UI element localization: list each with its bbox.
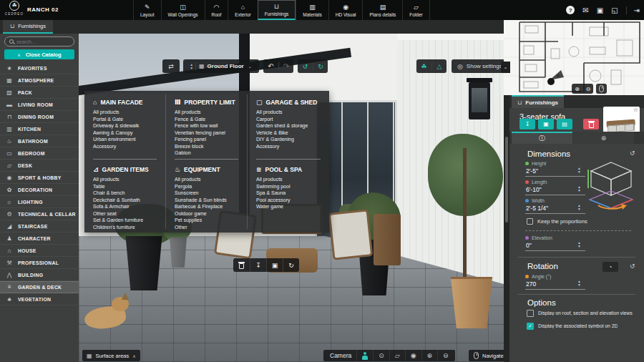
search-input[interactable] (16, 39, 67, 44)
catalog-item[interactable]: All products (256, 109, 321, 116)
viewport-3d[interactable]: ⇄ ▴▾ ▦ Ground Floor ⌄ ↶ ↷ ↺ ↻ ☘ △ ◎ Show… (79, 34, 504, 362)
zoom-out-button[interactable]: ⊖ (437, 350, 454, 361)
catalog-item[interactable]: All products (256, 176, 321, 183)
show-settings-button[interactable]: ◎ Show settings ⌄ (452, 59, 504, 73)
sidebar-item[interactable]: ✿ DECORATION (0, 184, 79, 196)
sync-object-button[interactable]: ↻ (283, 258, 299, 272)
plan-pan-button[interactable] (596, 84, 607, 94)
swap-view-button[interactable]: ⇄ (162, 59, 180, 73)
catalog-item[interactable]: Portal & Gate (93, 116, 157, 123)
catalog-item[interactable]: Fence & Gate (175, 116, 238, 123)
panel-scrollbar[interactable] (504, 95, 509, 362)
exit-icon[interactable]: ⇥ (626, 6, 640, 14)
catalog-item[interactable]: All products (175, 109, 238, 116)
reset-dimensions-icon[interactable]: ↺ (630, 150, 635, 157)
toolbar-tool[interactable]: ⌂ Exterior (228, 0, 257, 20)
floor-stepper[interactable]: ▴▾ (190, 63, 192, 69)
catalog-item[interactable]: Chair & bench (93, 190, 157, 197)
catalog-item[interactable]: Children's furniture (93, 224, 157, 230)
sidebar-item[interactable]: ⌂ HOUSE (0, 245, 79, 257)
width-value[interactable]: 2'-5 1/4" (526, 205, 548, 212)
sidebar-item[interactable]: ◢ STAIRCASE (0, 220, 79, 233)
duplicate-button[interactable]: ▣ (538, 119, 554, 129)
outdoor-armchair[interactable] (328, 209, 374, 260)
save-icon[interactable]: ▣ (597, 6, 603, 14)
potted-tree-trunk[interactable] (463, 148, 467, 284)
delete-button[interactable] (583, 119, 599, 129)
catalog-item[interactable]: Swimming pool (256, 183, 321, 190)
keep-proportions-checkbox[interactable] (527, 218, 533, 225)
inspector-tab-furnishings[interactable]: ⊔ Furnishings (512, 95, 564, 108)
catalog-item[interactable]: Other seat (93, 210, 157, 217)
zoom-in-button[interactable]: ⊕ (421, 350, 438, 361)
tab-furnishings[interactable]: ⊔ Furnishings (3, 20, 53, 34)
catalog-item[interactable]: Venetian fencing panel (175, 129, 238, 137)
navigate-button[interactable]: Navigate ∧ (469, 350, 504, 361)
sidebar-item[interactable]: ⊓ DINING ROOM (0, 111, 79, 123)
height-stepper[interactable]: ▴▾ (578, 167, 580, 173)
toolbar-tool[interactable]: ▥ Materials (296, 0, 328, 20)
camera-elevation-button[interactable]: ▱ (389, 350, 405, 361)
catalog-item[interactable]: All products (93, 176, 157, 183)
catalog-item[interactable]: Driveway & sidewalk (93, 122, 157, 129)
sidebar-item[interactable]: ★ FAVORITES (0, 62, 79, 74)
elevation-value[interactable]: 0" (526, 242, 532, 249)
catalog-item[interactable]: Outdoor game (175, 210, 238, 217)
catalog-item[interactable]: Garden shed & storage (256, 122, 321, 129)
catalog-item[interactable]: Urban environment (93, 136, 157, 143)
view-eye-button[interactable]: ⊙ (373, 350, 389, 361)
display-symbol-checkbox[interactable]: ✓ (527, 323, 534, 330)
catalog-item[interactable]: Pet supplies (175, 217, 238, 224)
binoculars-button[interactable]: ◉ (405, 350, 421, 361)
redo-button[interactable]: ↷ (278, 62, 293, 70)
plan-zoom-in-button[interactable]: ⊕ (572, 84, 582, 94)
replace-button[interactable]: ▤ (557, 119, 572, 129)
terracotta-pot[interactable] (449, 277, 494, 328)
sidebar-item[interactable]: ▧ PACK (0, 87, 79, 99)
toolbar-tool[interactable]: ✎ Layout (133, 0, 161, 20)
sidebar-item[interactable]: ◉ SPORT & HOBBY (0, 172, 79, 184)
gray-planter[interactable] (169, 238, 187, 268)
help-icon[interactable]: ? (566, 6, 575, 14)
walkthrough-button[interactable] (356, 350, 373, 361)
catalog-item[interactable]: Sofa & Armchair (93, 203, 157, 210)
compress-icon[interactable]: ◱ (611, 6, 618, 14)
sidebar-item[interactable]: ▦ ATMOSPHERE (0, 74, 79, 87)
toolbar-tool[interactable]: ⊔ Furnishings (258, 0, 296, 20)
toolbar-tool[interactable]: ◉ HD Visual (328, 0, 363, 20)
favorite-star-icon[interactable]: ☆ (633, 107, 638, 113)
sidebar-item[interactable]: ♟ CHARACTER (0, 233, 79, 245)
sidebar-item[interactable]: ▭ BEDROOM (0, 147, 79, 160)
download-object-button[interactable]: ↧ (250, 258, 266, 272)
tab-customize[interactable]: ⊛ (573, 132, 634, 144)
catalog-item[interactable]: Sunscreen (175, 190, 238, 197)
undo-button[interactable]: ↶ (263, 62, 278, 70)
sidebar-item[interactable]: ▬ LIVING ROOM (0, 99, 79, 111)
catalog-item[interactable]: Set & Garden furniture (93, 217, 157, 224)
catalog-item[interactable]: Sunshade & Sun blinds (175, 197, 238, 204)
wooden-chair[interactable] (374, 214, 401, 265)
plan-zoom-out-button[interactable]: ⊖ (582, 84, 593, 94)
catalog-item[interactable]: Gabion (175, 150, 238, 157)
surface-areas-button[interactable]: ▦ Surface areas ∧ (82, 350, 140, 361)
width-stepper[interactable]: ▴▾ (578, 204, 580, 210)
cedreo-logo[interactable]: ☘ CEDREO (2, 1, 26, 16)
catalog-item[interactable]: Pool accessory (256, 197, 321, 204)
scrollbar-thumb[interactable] (505, 137, 508, 222)
height-value[interactable]: 2'-5" (526, 167, 538, 175)
tab-information[interactable]: ⓘ (512, 132, 572, 144)
download-button[interactable]: ↧ (519, 119, 535, 129)
toolbar-tool[interactable]: ▱ Folder (402, 0, 429, 20)
catalog-item[interactable]: DIY & Gardening (256, 136, 321, 143)
catalog-item[interactable]: Accessory (256, 143, 321, 150)
floor-selector[interactable]: ▴▾ ▦ Ground Floor ⌄ (183, 59, 259, 73)
angle-stepper[interactable]: ▴▾ (578, 280, 580, 286)
toolbar-tool[interactable]: ◠ Roof (205, 0, 228, 20)
elevation-stepper[interactable]: ▴▾ (578, 241, 580, 248)
terrain-toggle-icon[interactable]: △ (431, 63, 447, 70)
plan-collapse-button[interactable]: ⌄ (501, 62, 510, 73)
rotate-tool-button[interactable]: ◔ (602, 262, 618, 272)
vegetation-toggle-icon[interactable]: ☘ (416, 63, 431, 70)
sync-icon[interactable]: ↻ (313, 63, 328, 70)
catalog-item[interactable]: Other (175, 224, 238, 230)
